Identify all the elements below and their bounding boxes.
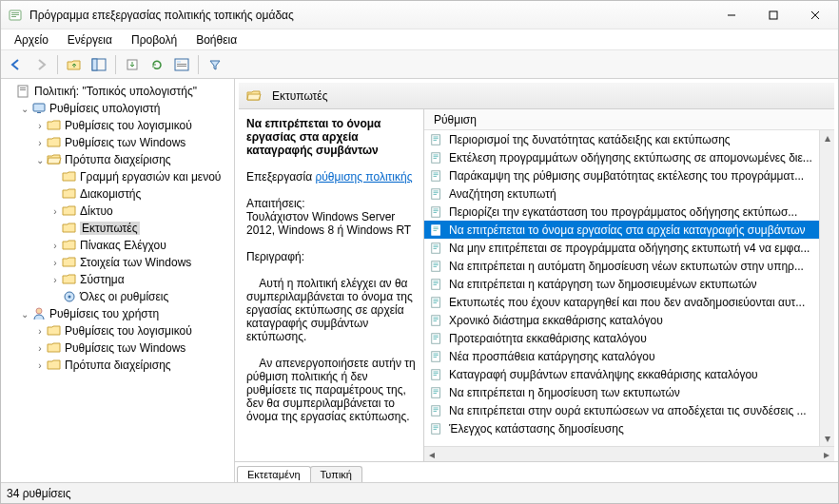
tree-server[interactable]: Διακομιστής [1, 185, 234, 203]
setting-row[interactable]: Να επιτρέπεται η αυτόματη δημοσίευση νέω… [424, 257, 834, 275]
tree-uc-admintemplates[interactable]: ›Πρότυπα διαχείρισης [1, 357, 234, 374]
forward-button[interactable] [29, 53, 52, 76]
setting-row[interactable]: Να επιτρέπεται στην ουρά εκτυπώσεων να α… [424, 401, 834, 419]
minimize-button[interactable] [711, 2, 752, 29]
titlebar: Πρόγραμμα επεξεργασίας πολιτικής τοπικής… [1, 1, 838, 29]
svg-rect-85 [434, 409, 439, 410]
policy-item-icon [430, 151, 443, 165]
setting-row[interactable]: Προτεραιότητα εκκαθάρισης καταλόγου [424, 329, 834, 347]
svg-rect-77 [434, 373, 439, 374]
settings-list[interactable]: Περιορισμοί της δυνατότητας κατάδειξης κ… [424, 130, 834, 446]
svg-rect-36 [434, 190, 439, 191]
tree-user-config[interactable]: ⌄Ρυθμίσεις του χρήστη [1, 305, 234, 322]
svg-rect-28 [434, 154, 439, 155]
tree-controlpanel[interactable]: ›Πίνακας Ελέγχου [1, 237, 234, 254]
folder-open-icon [246, 88, 262, 104]
setting-row[interactable]: Να επιτρέπεται το όνομα εργασίας στα αρχ… [424, 221, 834, 239]
vertical-scrollbar[interactable]: ▴ ▾ [819, 130, 834, 446]
requirements-text: Τουλάχιστον Windows Server 2012, Windows… [246, 210, 416, 237]
tree-system[interactable]: ›Σύστημα [1, 271, 234, 288]
tree-root[interactable]: Πολιτική: "Τοπικός υπολογιστής" [1, 83, 234, 100]
policy-item-icon [430, 314, 443, 327]
setting-row[interactable]: Αναζήτηση εκτυπωτή [424, 184, 834, 203]
policy-item-icon [430, 422, 443, 436]
edit-policy-link[interactable]: ρύθμισης πολιτικής [315, 170, 412, 184]
horizontal-scrollbar[interactable]: ◂ ▸ [424, 446, 834, 461]
tree-cc-windows[interactable]: ›Ρυθμίσεις των Windows [1, 134, 234, 151]
svg-rect-56 [434, 281, 439, 281]
setting-row[interactable]: Περιορίζει την εγκατάσταση του προγράμμα… [424, 203, 834, 221]
tree-label: Ρυθμίσεις του λογισμικού [65, 119, 192, 132]
menu-file[interactable]: Αρχείο [7, 31, 56, 48]
back-button[interactable] [5, 53, 28, 76]
setting-row[interactable]: Εκτέλεση προγραμμάτων οδήγησης εκτύπωσης… [424, 148, 834, 166]
setting-row[interactable]: Να επιτρέπεται η δημοσίευση των εκτυπωτώ… [424, 383, 834, 401]
scroll-down-icon[interactable]: ▾ [820, 431, 834, 446]
tree-label: Διακομιστής [80, 187, 141, 201]
tab-standard[interactable]: Τυπική [310, 466, 362, 482]
tree-label: Δίκτυο [80, 204, 113, 218]
tree-computer-config[interactable]: ⌄Ρυθμίσεις υπολογιστή [1, 100, 234, 117]
list-column-header[interactable]: Ρύθμιση [424, 109, 834, 130]
tree-wincomponents[interactable]: ›Στοιχεία των Windows [1, 254, 234, 271]
scroll-up-icon[interactable]: ▴ [820, 130, 834, 145]
menu-action[interactable]: Ενέργεια [60, 31, 120, 48]
maximize-button[interactable] [752, 2, 794, 29]
svg-rect-60 [434, 299, 439, 300]
svg-rect-69 [434, 337, 439, 338]
setting-row[interactable]: Να επιτρέπεται η κατάργηση των δημοσιευμ… [424, 275, 834, 293]
tree-pane[interactable]: Πολιτική: "Τοπικός υπολογιστής" ⌄Ρυθμίσε… [1, 79, 235, 482]
setting-label: Να επιτρέπεται η δημοσίευση των εκτυπωτώ… [449, 386, 680, 399]
tree-label: Ρυθμίσεις υπολογιστή [49, 102, 160, 115]
setting-label: Περιορίζει την εγκατάσταση του προγράμμα… [449, 205, 797, 219]
setting-row[interactable]: Νέα προσπάθεια κατάργησης καταλόγου [424, 347, 834, 365]
tree-cc-software[interactable]: ›Ρυθμίσεις του λογισμικού [1, 117, 234, 134]
setting-row[interactable]: Έλεγχος κατάστασης δημοσίευσης [424, 419, 834, 437]
filter-button[interactable] [204, 53, 226, 76]
tree-printers[interactable]: Εκτυπωτές [1, 220, 234, 237]
setting-row[interactable]: Καταγραφή συμβάντων επανάληψης εκκαθάρισ… [424, 365, 834, 383]
svg-rect-50 [434, 248, 438, 249]
folder-icon [62, 186, 77, 202]
svg-rect-61 [434, 300, 439, 301]
setting-label: Καταγραφή συμβάντων επανάληψης εκκαθάρισ… [449, 368, 758, 381]
tree-cc-admintemplates[interactable]: ⌄Πρότυπα διαχείρισης [1, 151, 234, 168]
tree-uc-windows[interactable]: ›Ρυθμίσεις των Windows [1, 339, 234, 357]
settings-icon [62, 289, 77, 304]
menu-help[interactable]: Βοήθεια [188, 31, 244, 48]
policy-item-icon [430, 187, 443, 201]
tab-extended[interactable]: Εκτεταμένη [237, 466, 311, 482]
folder-icon [62, 169, 77, 184]
tree-uc-software[interactable]: ›Ρυθμίσεις του λογισμικού [1, 322, 234, 339]
svg-rect-19 [37, 112, 41, 113]
tree-network[interactable]: ›Δίκτυο [1, 203, 234, 220]
setting-row[interactable]: Να μην επιτρέπεται σε προγράμματα οδήγησ… [424, 239, 834, 257]
setting-row[interactable]: Περιορισμοί της δυνατότητας κατάδειξης κ… [424, 130, 834, 148]
svg-rect-45 [434, 228, 439, 229]
svg-rect-18 [33, 104, 45, 111]
policy-item-icon [430, 350, 443, 363]
refresh-button[interactable] [146, 53, 168, 76]
svg-rect-64 [434, 317, 439, 318]
folder-icon [47, 118, 62, 133]
svg-rect-30 [434, 158, 438, 159]
up-folder-button[interactable] [63, 53, 86, 76]
scroll-left-icon[interactable]: ◂ [424, 447, 439, 462]
menu-view[interactable]: Προβολή [124, 31, 185, 48]
tree-allsettings[interactable]: Όλες οι ρυθμίσεις [1, 288, 234, 305]
export-button[interactable] [121, 53, 144, 76]
policy-item-icon [430, 332, 443, 345]
properties-button[interactable] [170, 53, 193, 76]
setting-label: Χρονικό διάστημα εκκαθάρισης καταλόγου [449, 314, 663, 327]
show-hide-tree-button[interactable] [88, 53, 110, 76]
statusbar: 34 ρυθμίσεις [1, 482, 838, 503]
scroll-right-icon[interactable]: ▸ [819, 447, 834, 462]
folder-icon [62, 238, 77, 253]
folder-icon [62, 204, 77, 219]
setting-row[interactable]: Χρονικό διάστημα εκκαθάρισης καταλόγου [424, 311, 834, 329]
setting-row[interactable]: Εκτυπωτές που έχουν καταργηθεί και που δ… [424, 293, 834, 311]
close-button[interactable] [794, 2, 836, 29]
svg-rect-1 [11, 12, 19, 13]
tree-taskbar[interactable]: Γραμμή εργασιών και μενού [1, 168, 234, 185]
setting-row[interactable]: Παράκαμψη της ρύθμισης συμβατότητας εκτέ… [424, 166, 834, 184]
